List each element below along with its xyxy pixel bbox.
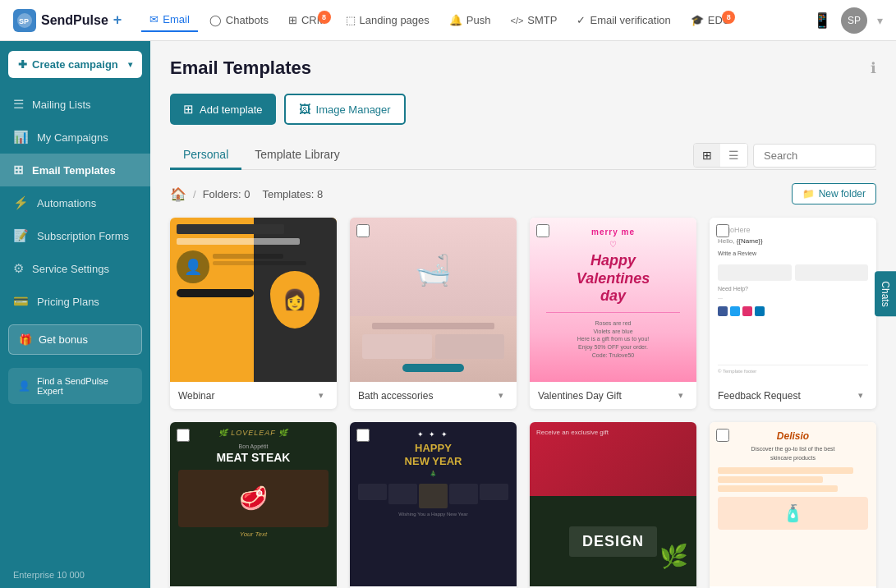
nav-item-email-verify[interactable]: ✓ Email verification [568, 9, 678, 31]
sidebar-item-email-templates[interactable]: ⊞ Email Templates [0, 154, 150, 186]
template-checkbox-bath[interactable] [356, 224, 370, 237]
nav-item-landing[interactable]: ⬚ Landing pages [338, 9, 438, 31]
sidebar-item-mailing-lists[interactable]: ☰ Mailing Lists [0, 88, 150, 121]
email-nav-label: Email [163, 13, 190, 25]
template-footer-bath: Bath accessories ▾ [350, 382, 517, 409]
sidebar: ✚ Create campaign ▾ ☰ Mailing Lists 📊 My… [0, 41, 150, 588]
template-grid: 👤 👩 [170, 218, 876, 588]
crm-badge: 8 [318, 11, 331, 24]
template-card-valentine[interactable]: merry me ♡ HappyValentinesday Roses are … [530, 218, 696, 409]
home-breadcrumb-icon[interactable]: 🏠 [170, 186, 186, 202]
automations-label: Automations [37, 197, 96, 209]
logo-icon: SP [13, 9, 36, 32]
folders-breadcrumb: Folders: 0 [203, 188, 250, 200]
new-folder-button[interactable]: 📁 New folder [792, 183, 876, 204]
list-view-icon: ☰ [728, 149, 739, 162]
chats-label: Chats [880, 281, 891, 306]
template-checkbox-feedback[interactable] [716, 224, 729, 237]
find-expert-button[interactable]: 👤 Find a SendPulse Expert [8, 368, 142, 404]
tab-actions: ⊞ ☰ [693, 143, 876, 168]
image-manager-icon: 🖼 [299, 103, 310, 116]
avatar[interactable]: SP [841, 7, 867, 34]
breadcrumb-separator: / [193, 188, 196, 200]
template-dropdown-valentine[interactable]: ▾ [673, 388, 688, 402]
nav-item-edu[interactable]: 🎓 EDU 8 [682, 9, 738, 31]
template-name-feedback: Feedback Request [718, 390, 850, 402]
sidebar-item-pricing-plans[interactable]: 💳 Pricing Plans [0, 285, 150, 318]
logo-plus: + [113, 11, 122, 29]
email-verify-nav-icon: ✓ [577, 14, 586, 26]
nav-item-crm[interactable]: ⊞ CRM 8 [280, 9, 334, 31]
template-dropdown-bath[interactable]: ▾ [494, 388, 508, 402]
mobile-icon[interactable]: 📱 [813, 11, 831, 30]
template-checkbox-delisio[interactable] [716, 429, 729, 442]
create-campaign-icon: ✚ [18, 58, 27, 71]
logo[interactable]: SP SendPulse + [13, 9, 122, 32]
nav-item-email[interactable]: ✉ Email [141, 8, 198, 32]
nav-item-push[interactable]: 🔔 Push [441, 9, 499, 31]
main-content: Email Templates ℹ ⊞ Add template 🖼 Image… [150, 41, 896, 588]
subscription-forms-label: Subscription Forms [37, 230, 129, 242]
layout: ✚ Create campaign ▾ ☰ Mailing Lists 📊 My… [0, 41, 896, 588]
pricing-plans-label: Pricing Plans [37, 296, 99, 308]
smtp-nav-icon: </> [510, 16, 523, 25]
enterprise-label: Enterprise 10 000 [13, 570, 85, 580]
mailing-lists-icon: ☰ [13, 97, 24, 112]
sidebar-item-my-campaigns[interactable]: 📊 My Campaigns [0, 121, 150, 154]
grid-view-button[interactable]: ⊞ [694, 144, 720, 167]
create-campaign-label: Create campaign [32, 58, 118, 71]
template-footer-feedback: Feedback Request ▾ [710, 382, 876, 409]
get-bonus-button[interactable]: 🎁 Get bonus [8, 324, 142, 355]
email-verify-nav-label: Email verification [590, 14, 670, 26]
push-nav-label: Push [466, 14, 491, 26]
email-templates-icon: ⊞ [13, 163, 24, 177]
sidebar-item-automations[interactable]: ⚡ Automations [0, 186, 150, 219]
template-card-newyear[interactable]: ✦ ✦ ✦ HAPPYNEW YEAR 🎄 Wishing You a Happ… [350, 422, 517, 588]
email-templates-label: Email Templates [32, 164, 116, 177]
nav-item-chatbots[interactable]: ◯ Chatbots [201, 9, 277, 31]
template-card-delisio[interactable]: Delisio Discover the go-to list of the b… [710, 422, 876, 588]
my-campaigns-label: My Campaigns [37, 131, 108, 144]
chats-button[interactable]: Chats [875, 271, 896, 316]
find-expert-icon: 👤 [18, 380, 30, 392]
image-manager-button[interactable]: 🖼 Image Manager [284, 94, 406, 125]
template-preview-bath: 🛁 [350, 218, 517, 382]
top-nav: SP SendPulse + ✉ Email ◯ Chatbots ⊞ CRM … [0, 0, 896, 41]
list-view-button[interactable]: ☰ [720, 144, 747, 167]
my-campaigns-icon: 📊 [13, 130, 29, 145]
info-icon[interactable]: ℹ [871, 59, 876, 77]
sidebar-enterprise: Enterprise 10 000 [0, 562, 150, 588]
template-card-feedback[interactable]: LogoHere Hello, {{Name}} Write a Review … [710, 218, 876, 409]
template-dropdown-feedback[interactable]: ▾ [853, 388, 868, 402]
sidebar-item-service-settings[interactable]: ⚙ Service Settings [0, 252, 150, 285]
tab-template-library[interactable]: Template Library [241, 141, 353, 170]
page-header: Email Templates ℹ [170, 57, 876, 79]
template-card-bath[interactable]: 🛁 Bath accessories ▾ [350, 218, 517, 409]
template-card-loveleaf[interactable]: 🌿 LOVELEAF 🌿 Bon Appétit MEAT STEAK 🥩 Yo… [170, 422, 337, 588]
template-checkbox-valentine[interactable] [536, 224, 549, 237]
template-checkbox-loveleaf[interactable] [177, 429, 190, 442]
view-toggle: ⊞ ☰ [693, 143, 748, 168]
breadcrumb: 🏠 / Folders: 0 Templates: 8 📁 New folder [170, 183, 876, 204]
template-dropdown-webinar[interactable]: ▾ [314, 388, 329, 402]
tab-personal[interactable]: Personal [170, 141, 241, 170]
nav-item-smtp[interactable]: </> SMTP [502, 9, 565, 31]
action-buttons: ⊞ Add template 🖼 Image Manager [170, 94, 876, 125]
tabs: Personal Template Library ⊞ ☰ [170, 141, 876, 170]
template-preview-webinar: 👤 👩 [170, 218, 337, 382]
sidebar-item-subscription-forms[interactable]: 📝 Subscription Forms [0, 219, 150, 252]
add-template-icon: ⊞ [183, 102, 194, 117]
template-preview-newyear: ✦ ✦ ✦ HAPPYNEW YEAR 🎄 Wishing You a Happ… [350, 422, 517, 586]
get-bonus-label: Get bonus [39, 333, 88, 346]
template-card-design[interactable]: Receive an exclusive gift DESIGN 🌿 Desig… [530, 422, 696, 588]
create-campaign-button[interactable]: ✚ Create campaign ▾ [8, 51, 142, 78]
nav-right: 📱 SP ▾ [813, 7, 883, 34]
add-template-button[interactable]: ⊞ Add template [170, 94, 276, 125]
template-checkbox-newyear[interactable] [356, 429, 370, 442]
crm-nav-icon: ⊞ [288, 14, 297, 26]
template-card-webinar[interactable]: 👤 👩 [170, 218, 337, 409]
email-nav-icon: ✉ [149, 13, 159, 25]
create-campaign-chevron: ▾ [128, 60, 132, 69]
search-input[interactable] [753, 144, 876, 168]
nav-chevron[interactable]: ▾ [877, 14, 883, 27]
